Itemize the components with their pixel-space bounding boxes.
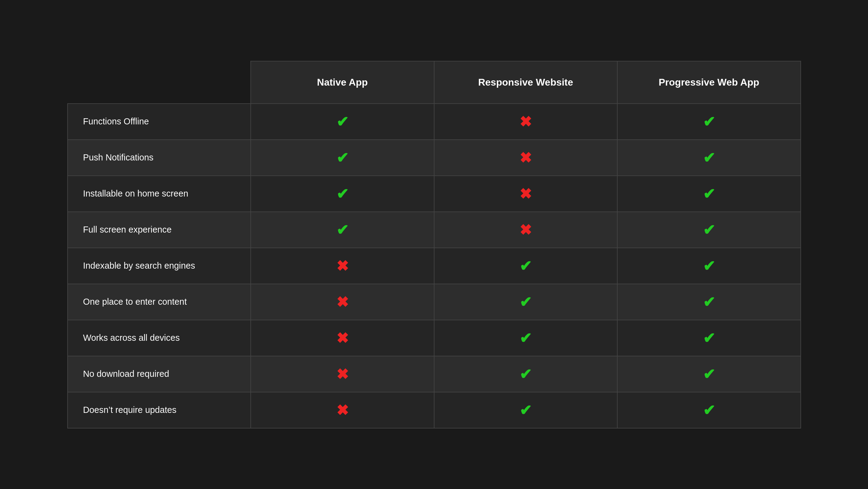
responsive-website-column-header: Responsive Website [434, 61, 618, 104]
cross-icon: ✖ [336, 402, 348, 418]
cross-icon: ✖ [336, 330, 348, 346]
pwa-cell: ✔ [617, 212, 801, 248]
check-icon: ✔ [703, 222, 715, 238]
table-body: Functions Offline✔✖✔Push Notifications✔✖… [68, 104, 801, 428]
check-icon: ✔ [703, 258, 715, 274]
pwa-cell: ✔ [617, 176, 801, 212]
table-row: Indexable by search engines✖✔✔ [68, 248, 801, 284]
cross-icon: ✖ [520, 222, 532, 238]
responsive-website-cell: ✔ [434, 248, 618, 284]
table-row: Installable on home screen✔✖✔ [68, 176, 801, 212]
check-icon: ✔ [703, 294, 715, 310]
check-icon: ✔ [520, 330, 532, 346]
check-icon: ✔ [703, 366, 715, 382]
check-icon: ✔ [336, 186, 348, 202]
table-row: Push Notifications✔✖✔ [68, 140, 801, 176]
check-icon: ✔ [520, 258, 532, 274]
check-icon: ✔ [336, 222, 348, 238]
responsive-website-cell: ✖ [434, 212, 618, 248]
check-icon: ✔ [703, 150, 715, 166]
feature-cell: Full screen experience [68, 212, 251, 248]
comparison-table: Native App Responsive Website Progressiv… [67, 61, 801, 428]
native-app-cell: ✔ [251, 104, 434, 140]
pwa-cell: ✔ [617, 140, 801, 176]
table-row: Works across all devices✖✔✔ [68, 320, 801, 356]
progressive-web-app-column-header: Progressive Web App [617, 61, 801, 104]
native-app-cell: ✖ [251, 392, 434, 428]
feature-cell: Doesn’t require updates [68, 392, 251, 428]
check-icon: ✔ [520, 294, 532, 310]
check-icon: ✔ [336, 114, 348, 130]
check-icon: ✔ [520, 402, 532, 418]
cross-icon: ✖ [336, 258, 348, 274]
native-app-cell: ✔ [251, 176, 434, 212]
native-app-cell: ✔ [251, 212, 434, 248]
table-row: No download required✖✔✔ [68, 356, 801, 392]
native-app-cell: ✖ [251, 284, 434, 320]
pwa-cell: ✔ [617, 356, 801, 392]
pwa-cell: ✔ [617, 392, 801, 428]
table-row: One place to enter content✖✔✔ [68, 284, 801, 320]
check-icon: ✔ [703, 186, 715, 202]
responsive-website-cell: ✔ [434, 284, 618, 320]
cross-icon: ✖ [520, 114, 532, 130]
native-app-column-header: Native App [251, 61, 434, 104]
table-row: Functions Offline✔✖✔ [68, 104, 801, 140]
pwa-cell: ✔ [617, 320, 801, 356]
native-app-cell: ✖ [251, 248, 434, 284]
table-row: Full screen experience✔✖✔ [68, 212, 801, 248]
cross-icon: ✖ [520, 150, 532, 166]
feature-cell: Functions Offline [68, 104, 251, 140]
table-header-row: Native App Responsive Website Progressiv… [68, 61, 801, 104]
feature-cell: No download required [68, 356, 251, 392]
check-icon: ✔ [703, 330, 715, 346]
responsive-website-cell: ✖ [434, 140, 618, 176]
cross-icon: ✖ [336, 366, 348, 382]
feature-cell: Push Notifications [68, 140, 251, 176]
check-icon: ✔ [520, 366, 532, 382]
responsive-website-cell: ✔ [434, 356, 618, 392]
responsive-website-cell: ✖ [434, 176, 618, 212]
pwa-cell: ✔ [617, 248, 801, 284]
native-app-cell: ✖ [251, 356, 434, 392]
responsive-website-cell: ✖ [434, 104, 618, 140]
check-icon: ✔ [703, 402, 715, 418]
native-app-cell: ✔ [251, 140, 434, 176]
cross-icon: ✖ [520, 186, 532, 202]
responsive-website-cell: ✔ [434, 320, 618, 356]
cross-icon: ✖ [336, 294, 348, 310]
feature-cell: Works across all devices [68, 320, 251, 356]
feature-cell: Indexable by search engines [68, 248, 251, 284]
feature-column-header [68, 61, 251, 104]
responsive-website-cell: ✔ [434, 392, 618, 428]
check-icon: ✔ [336, 150, 348, 166]
comparison-table-container: Native App Responsive Website Progressiv… [67, 61, 801, 428]
pwa-cell: ✔ [617, 284, 801, 320]
pwa-cell: ✔ [617, 104, 801, 140]
table-row: Doesn’t require updates✖✔✔ [68, 392, 801, 428]
check-icon: ✔ [703, 114, 715, 130]
feature-cell: One place to enter content [68, 284, 251, 320]
native-app-cell: ✖ [251, 320, 434, 356]
feature-cell: Installable on home screen [68, 176, 251, 212]
